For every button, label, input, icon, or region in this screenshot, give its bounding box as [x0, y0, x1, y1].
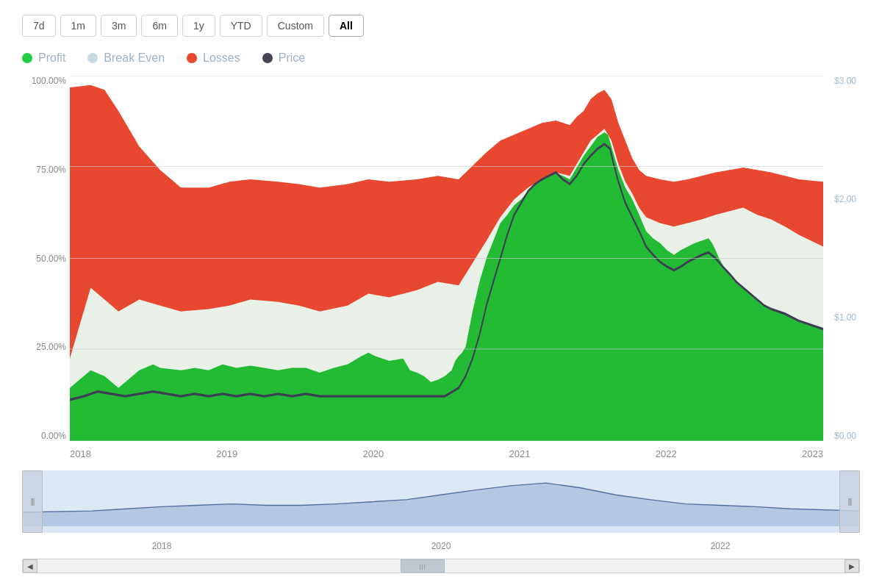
btn-all[interactable]: All	[329, 15, 364, 37]
losses-label: Losses	[203, 51, 240, 65]
x-label-2022: 2022	[656, 448, 677, 459]
scrollbar[interactable]: ◀ ||| ▶	[22, 559, 860, 573]
x-label-2020: 2020	[362, 448, 384, 459]
btn-3m[interactable]: 3m	[101, 15, 137, 37]
scroll-track[interactable]: |||	[37, 559, 845, 573]
x-label-2018: 2018	[70, 448, 91, 459]
left-handle-icon: |||	[31, 498, 35, 506]
y-axis-left: 100.00% 75.00% 50.00% 25.00% 0.00%	[22, 76, 70, 441]
breakeven-dot	[87, 53, 98, 63]
btn-custom[interactable]: Custom	[267, 15, 324, 37]
y-left-100: 100.00%	[22, 76, 70, 86]
x-label-2021: 2021	[509, 448, 531, 459]
time-range-buttons: 7d 1m 3m 6m 1y YTD Custom All	[22, 15, 860, 37]
y-right-0: $0.00	[823, 431, 860, 441]
scroll-left-arrow[interactable]: ◀	[23, 559, 37, 573]
y-right-3: $3.00	[823, 76, 860, 86]
legend-breakeven: Break Even	[87, 51, 165, 65]
profit-label: Profit	[38, 51, 65, 65]
right-handle-icon: |||	[848, 498, 852, 506]
breakeven-label: Break Even	[104, 51, 165, 65]
x-axis: 2018 2019 2020 2021 2022 2023	[70, 445, 823, 463]
navigator-handles: ||| |||	[22, 470, 860, 533]
navigator-right-handle[interactable]: |||	[839, 470, 860, 533]
profit-dot	[22, 53, 32, 63]
main-chart: 100.00% 75.00% 50.00% 25.00% 0.00% $3.00…	[22, 76, 860, 463]
btn-7d[interactable]: 7d	[22, 15, 56, 37]
nav-x-2018: 2018	[152, 541, 172, 551]
scroll-thumb[interactable]: |||	[401, 559, 445, 573]
nav-x-2020: 2020	[431, 541, 451, 551]
x-label-2023: 2023	[802, 448, 823, 459]
x-label-2019: 2019	[216, 448, 237, 459]
btn-6m[interactable]: 6m	[141, 15, 177, 37]
legend-profit: Profit	[22, 51, 65, 65]
scroll-thumb-icon: |||	[419, 563, 426, 570]
nav-x-2022: 2022	[711, 541, 731, 551]
btn-1m[interactable]: 1m	[60, 15, 96, 37]
navigator[interactable]: ||| ||| 2018 2020 2022	[22, 470, 860, 559]
main-chart-svg	[70, 76, 823, 441]
y-left-50: 50.00%	[22, 254, 70, 264]
y-left-25: 25.00%	[22, 342, 70, 352]
price-label: Price	[279, 51, 305, 65]
losses-dot	[187, 53, 197, 63]
btn-ytd[interactable]: YTD	[220, 15, 262, 37]
navigator-left-handle[interactable]: |||	[22, 470, 43, 533]
y-axis-right: $3.00 $2.00 $1.00 $0.00	[823, 76, 860, 441]
btn-1y[interactable]: 1y	[182, 15, 215, 37]
y-right-2: $2.00	[823, 194, 860, 204]
legend-losses: Losses	[187, 51, 240, 65]
y-left-0: 0.00%	[22, 431, 70, 441]
scroll-right-arrow[interactable]: ▶	[845, 559, 859, 573]
main-container: 7d 1m 3m 6m 1y YTD Custom All Profit Bre…	[0, 0, 882, 588]
chart-svg-container	[70, 76, 823, 441]
navigator-x-axis: 2018 2020 2022	[22, 541, 860, 551]
legend-price: Price	[262, 51, 305, 65]
chart-wrapper: 100.00% 75.00% 50.00% 25.00% 0.00% $3.00…	[22, 76, 860, 573]
y-left-75: 75.00%	[22, 165, 70, 175]
y-right-1: $1.00	[823, 312, 860, 323]
chart-legend: Profit Break Even Losses Price	[22, 51, 860, 65]
price-dot	[262, 53, 273, 63]
